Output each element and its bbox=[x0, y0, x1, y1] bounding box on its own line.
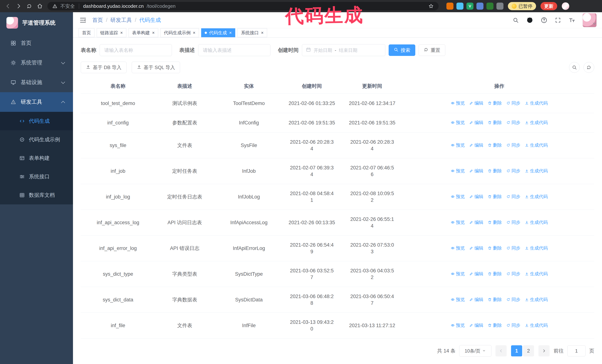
url-bar[interactable]: 不安全 dashboard.yudao.iocoder.cn/tool/code… bbox=[47, 2, 439, 10]
sidebar-item-form-builder[interactable]: 表单构建 bbox=[0, 149, 73, 167]
action-preview[interactable]: 预览 bbox=[451, 296, 465, 303]
action-delete[interactable]: 删除 bbox=[488, 142, 502, 148]
reset-button[interactable]: 重置 bbox=[419, 44, 445, 56]
import-sql-button[interactable]: 基于 SQL 导入 bbox=[132, 62, 180, 73]
action-generate-code[interactable]: 生成代码 bbox=[525, 245, 548, 251]
hamburger-icon[interactable] bbox=[79, 16, 87, 24]
sidebar-item-system[interactable]: 系统管理 bbox=[0, 53, 73, 73]
action-preview[interactable]: 预览 bbox=[451, 219, 465, 226]
action-preview[interactable]: 预览 bbox=[451, 142, 465, 148]
table-name-input[interactable] bbox=[100, 44, 172, 56]
extension-people-icon[interactable] bbox=[476, 3, 484, 10]
extension-puzzle-icon[interactable] bbox=[496, 3, 504, 10]
action-edit[interactable]: 编辑 bbox=[469, 245, 483, 251]
question-icon[interactable] bbox=[541, 17, 547, 23]
action-generate-code[interactable]: 生成代码 bbox=[525, 193, 548, 200]
page-size-select[interactable]: 10条/页 bbox=[459, 345, 491, 357]
extension-leaf-icon[interactable] bbox=[486, 3, 494, 10]
breadcrumb-devtools[interactable]: 研发工具 bbox=[110, 16, 132, 24]
action-sync[interactable]: 同步 bbox=[506, 142, 520, 148]
action-preview[interactable]: 预览 bbox=[451, 322, 465, 329]
action-edit[interactable]: 编辑 bbox=[469, 296, 483, 303]
font-size-icon[interactable] bbox=[569, 17, 575, 23]
action-delete[interactable]: 删除 bbox=[488, 270, 502, 277]
close-icon[interactable]: × bbox=[120, 31, 123, 35]
tab-代码生成示例[interactable]: 代码生成示例× bbox=[161, 28, 199, 37]
reload-icon[interactable] bbox=[26, 3, 32, 9]
tab-表单构建[interactable]: 表单构建× bbox=[129, 28, 158, 37]
action-edit[interactable]: 编辑 bbox=[469, 142, 483, 148]
action-edit[interactable]: 编辑 bbox=[469, 322, 483, 329]
fullscreen-icon[interactable] bbox=[555, 17, 561, 23]
sidebar-item-devtools[interactable]: 研发工具 bbox=[0, 92, 73, 112]
action-edit[interactable]: 编辑 bbox=[469, 193, 483, 200]
action-sync[interactable]: 同步 bbox=[506, 219, 520, 226]
close-icon[interactable]: × bbox=[193, 31, 195, 35]
action-edit[interactable]: 编辑 bbox=[469, 270, 483, 277]
extension-shield-icon[interactable] bbox=[446, 3, 453, 10]
action-sync[interactable]: 同步 bbox=[506, 296, 520, 303]
action-delete[interactable]: 删除 bbox=[488, 119, 502, 126]
action-delete[interactable]: 删除 bbox=[488, 245, 502, 251]
action-edit[interactable]: 编辑 bbox=[469, 167, 483, 174]
close-icon[interactable]: × bbox=[152, 31, 155, 35]
action-generate-code[interactable]: 生成代码 bbox=[525, 219, 548, 226]
action-preview[interactable]: 预览 bbox=[451, 100, 465, 106]
action-generate-code[interactable]: 生成代码 bbox=[525, 119, 548, 126]
action-generate-code[interactable]: 生成代码 bbox=[525, 296, 548, 303]
extension-v-icon[interactable]: V bbox=[466, 3, 473, 10]
breadcrumb-home[interactable]: 首页 bbox=[92, 16, 103, 24]
action-edit[interactable]: 编辑 bbox=[469, 119, 483, 126]
sidebar-item-codegen[interactable]: 代码生成 bbox=[0, 112, 73, 130]
browser-profile-avatar[interactable] bbox=[562, 2, 570, 10]
action-edit[interactable]: 编辑 bbox=[469, 100, 483, 106]
action-sync[interactable]: 同步 bbox=[506, 322, 520, 329]
action-preview[interactable]: 预览 bbox=[451, 119, 465, 126]
tab-系统接口[interactable]: 系统接口× bbox=[237, 28, 267, 37]
back-icon[interactable] bbox=[5, 3, 11, 9]
action-generate-code[interactable]: 生成代码 bbox=[525, 100, 548, 106]
extension-drop-icon[interactable] bbox=[456, 3, 463, 10]
page-button-2[interactable]: 2 bbox=[523, 345, 534, 356]
goto-page-input[interactable] bbox=[567, 345, 586, 356]
github-icon[interactable] bbox=[526, 17, 533, 24]
sidebar-item-system-api[interactable]: 系统接口 bbox=[0, 167, 73, 186]
search-icon[interactable] bbox=[513, 17, 519, 23]
update-button[interactable]: 更新 bbox=[540, 2, 557, 10]
action-sync[interactable]: 同步 bbox=[506, 119, 520, 126]
logo[interactable]: 芋道管理系统 bbox=[0, 12, 73, 33]
action-preview[interactable]: 预览 bbox=[451, 167, 465, 174]
action-sync[interactable]: 同步 bbox=[506, 270, 520, 277]
prev-page-button[interactable] bbox=[495, 345, 507, 356]
toggle-search-button[interactable] bbox=[569, 62, 580, 73]
user-avatar[interactable] bbox=[582, 13, 596, 27]
import-db-button[interactable]: 基于 DB 导入 bbox=[81, 62, 127, 73]
forward-icon[interactable] bbox=[16, 3, 22, 9]
refresh-table-button[interactable] bbox=[583, 62, 594, 73]
action-delete[interactable]: 删除 bbox=[488, 193, 502, 200]
search-button[interactable]: 搜索 bbox=[389, 44, 415, 56]
action-sync[interactable]: 同步 bbox=[506, 100, 520, 106]
action-generate-code[interactable]: 生成代码 bbox=[525, 167, 548, 174]
action-delete[interactable]: 删除 bbox=[488, 322, 502, 329]
close-icon[interactable]: × bbox=[261, 31, 264, 35]
action-preview[interactable]: 预览 bbox=[451, 193, 465, 200]
tab-首页[interactable]: 首页 bbox=[78, 28, 95, 37]
close-icon[interactable]: × bbox=[229, 31, 232, 35]
table-desc-input[interactable] bbox=[198, 44, 270, 56]
action-generate-code[interactable]: 生成代码 bbox=[525, 322, 548, 329]
tab-链路追踪[interactable]: 链路追踪× bbox=[97, 28, 126, 37]
action-delete[interactable]: 删除 bbox=[488, 219, 502, 226]
action-generate-code[interactable]: 生成代码 bbox=[525, 142, 548, 148]
action-delete[interactable]: 删除 bbox=[488, 167, 502, 174]
sidebar-item-db-doc[interactable]: 数据库文档 bbox=[0, 186, 73, 204]
action-sync[interactable]: 同步 bbox=[506, 193, 520, 200]
action-preview[interactable]: 预览 bbox=[451, 245, 465, 251]
action-sync[interactable]: 同步 bbox=[506, 245, 520, 251]
action-preview[interactable]: 预览 bbox=[451, 270, 465, 277]
sidebar-item-infra[interactable]: 基础设施 bbox=[0, 73, 73, 92]
sidebar-item-home[interactable]: 首页 bbox=[0, 33, 73, 53]
page-button-1[interactable]: 1 bbox=[511, 345, 522, 356]
action-delete[interactable]: 删除 bbox=[488, 296, 502, 303]
tab-代码生成[interactable]: 代码生成× bbox=[201, 28, 235, 37]
